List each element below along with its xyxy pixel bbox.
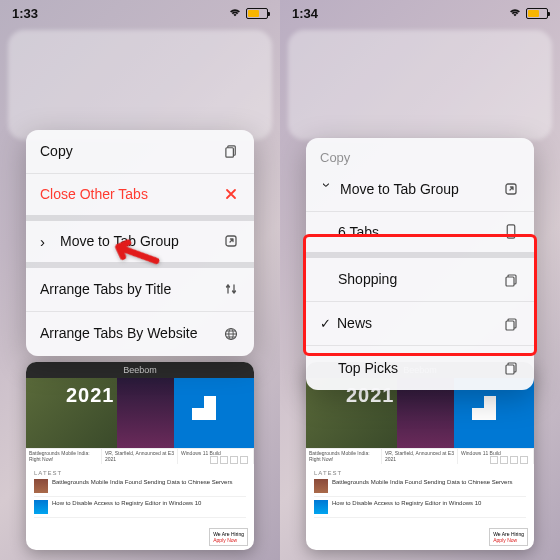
status-bar: 1:34 <box>280 0 560 26</box>
globe-icon <box>222 327 240 341</box>
wifi-icon <box>228 8 242 18</box>
tab-site-name: Beebom <box>26 362 254 378</box>
chevron-right-icon: › <box>40 233 54 250</box>
background-widgets <box>8 30 272 140</box>
clock: 1:34 <box>292 6 318 21</box>
tabs-icon <box>502 317 520 331</box>
svg-rect-12 <box>506 365 514 374</box>
menu-six-tabs[interactable]: 6 Tabs <box>306 212 534 259</box>
svg-rect-10 <box>506 321 514 330</box>
tab-body: LATEST Battlegrounds Mobile India Found … <box>26 464 254 527</box>
device-icon <box>502 224 520 239</box>
battery-icon <box>246 8 268 19</box>
phone-right: 1:34 Copy › Move to Tab Group 6 Tabs Sho… <box>280 0 560 560</box>
open-external-icon <box>502 182 520 196</box>
tabs-icon <box>502 273 520 287</box>
hiring-box: We Are HiringApply Now <box>209 528 248 546</box>
tab-preview-card[interactable]: Beebom 2021 Battlegrounds Mobile India: … <box>26 362 254 550</box>
svg-rect-8 <box>506 277 514 286</box>
background-widgets <box>288 30 552 140</box>
tab-preview-card[interactable]: Beebom 2021 Battlegrounds Mobile India: … <box>306 362 534 550</box>
tab-group-submenu: Copy › Move to Tab Group 6 Tabs Shopping… <box>306 138 534 390</box>
battery-icon <box>526 8 548 19</box>
sort-icon <box>222 282 240 296</box>
wifi-icon <box>508 8 522 18</box>
menu-arrange-by-website[interactable]: Arrange Tabs By Website <box>26 312 254 356</box>
close-icon <box>222 187 240 201</box>
status-icons <box>228 8 268 19</box>
phone-left: 1:33 Copy Close Other Tabs › Move to Tab… <box>0 0 280 560</box>
clock: 1:33 <box>12 6 38 21</box>
menu-copy-background: Copy <box>306 138 534 168</box>
tab-hero-image: 2021 <box>26 378 254 448</box>
tab-body: LATEST Battlegrounds Mobile India Found … <box>306 464 534 527</box>
copy-icon <box>222 144 240 159</box>
menu-close-other-tabs[interactable]: Close Other Tabs <box>26 174 254 221</box>
checkmark-icon: ✓ <box>320 316 331 331</box>
tabs-icon <box>502 361 520 375</box>
status-bar: 1:33 <box>0 0 280 26</box>
menu-group-shopping[interactable]: Shopping <box>306 258 534 302</box>
svg-rect-6 <box>507 225 515 238</box>
menu-group-news[interactable]: ✓ News <box>306 302 534 346</box>
status-icons <box>508 8 548 19</box>
menu-move-to-tab-group-expanded[interactable]: › Move to Tab Group <box>306 168 534 212</box>
menu-copy[interactable]: Copy <box>26 130 254 174</box>
chevron-down-icon: › <box>319 182 336 196</box>
open-external-icon <box>222 234 240 248</box>
svg-rect-1 <box>225 148 233 157</box>
hiring-box: We Are HiringApply Now <box>489 528 528 546</box>
menu-group-top-picks[interactable]: Top Picks <box>306 346 534 390</box>
